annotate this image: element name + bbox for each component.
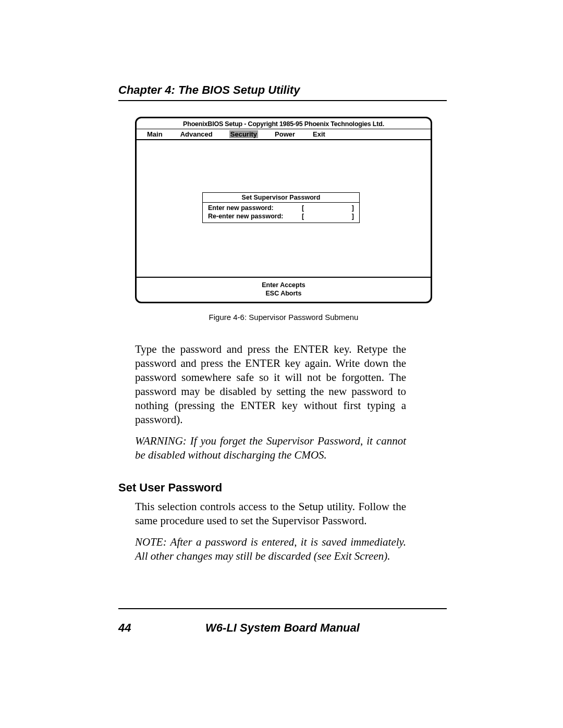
enter-password-label: Enter new password: (208, 204, 274, 212)
tab-exit[interactable]: Exit (312, 130, 326, 138)
figure-caption: Figure 4-6: Supervisor Password Submenu (135, 313, 432, 322)
tab-security[interactable]: Security (229, 130, 258, 138)
bios-footer: Enter Accepts ESC Aborts (137, 278, 431, 302)
body-paragraph-2: This selection controls access to the Se… (135, 500, 406, 528)
tab-advanced[interactable]: Advanced (179, 130, 214, 138)
footer-line-1: Enter Accepts (137, 281, 431, 289)
reenter-password-label: Re-enter new password: (208, 212, 283, 220)
header-rule (118, 100, 447, 101)
tab-main[interactable]: Main (146, 130, 164, 138)
footer-rule (118, 608, 447, 609)
enter-password-row: Enter new password: [ ] (208, 204, 354, 212)
bracket-left: [ (302, 204, 304, 212)
warning-paragraph: WARNING: If you forget the Supervisor Pa… (135, 434, 406, 462)
reenter-password-field[interactable]: [ ] (302, 212, 354, 220)
password-dialog: Set Supervisor Password Enter new passwo… (202, 192, 360, 223)
enter-password-field[interactable]: [ ] (302, 204, 354, 212)
manual-title: W6-LI System Board Manual (150, 621, 415, 635)
bios-menubar: Main Advanced Security Power Exit (137, 129, 431, 140)
reenter-password-row: Re-enter new password: [ ] (208, 212, 354, 220)
footer-line-2: ESC Aborts (137, 289, 431, 298)
chapter-title: Chapter 4: The BIOS Setup Utility (118, 83, 447, 97)
tab-power[interactable]: Power (274, 130, 296, 138)
note-paragraph: NOTE: After a password is entered, it is… (135, 535, 406, 563)
bracket-right: ] (352, 204, 354, 212)
password-dialog-title: Set Supervisor Password (203, 193, 359, 203)
bios-body: Set Supervisor Password Enter new passwo… (137, 140, 431, 278)
bios-title: PhoenixBIOS Setup - Copyright 1985-95 Ph… (137, 118, 431, 129)
bracket-right: ] (352, 212, 354, 220)
body-paragraph-1: Type the password and press the ENTER ke… (135, 342, 406, 427)
section-heading-user-password: Set User Password (118, 481, 447, 495)
bios-screenshot: PhoenixBIOS Setup - Copyright 1985-95 Ph… (135, 117, 432, 303)
bracket-left: [ (302, 212, 304, 220)
